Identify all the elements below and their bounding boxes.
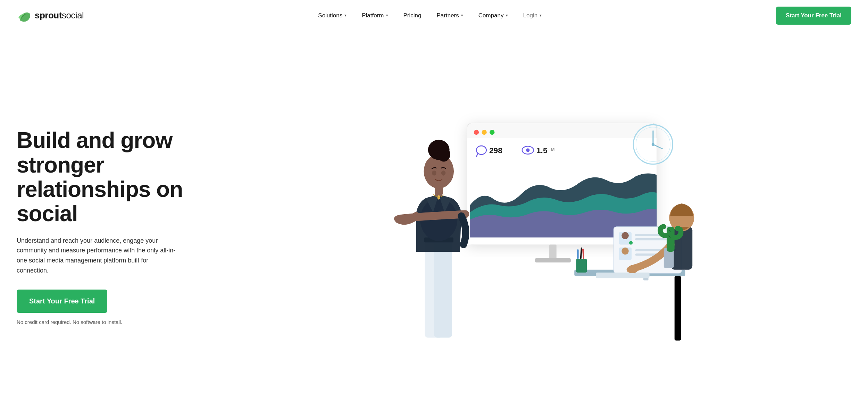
svg-point-20 [652,143,654,145]
svg-point-32 [394,215,404,223]
svg-point-38 [621,232,629,239]
hero-subtext: Understand and reach your audience, enga… [17,236,176,276]
hero-note: No credit card required. No software to … [17,319,197,325]
chevron-down-icon: ▾ [386,13,388,18]
hero-section: Build and grow stronger relationships on… [0,31,868,401]
svg-point-30 [441,170,445,175]
svg-rect-47 [596,272,650,278]
nav-solutions[interactable]: Solutions ▾ [312,9,353,23]
nav-partners[interactable]: Partners ▾ [431,9,469,23]
svg-line-53 [581,248,582,258]
svg-point-3 [474,130,479,134]
hero-svg: 298 1.5 M [197,109,851,345]
svg-point-40 [621,247,629,254]
svg-rect-51 [576,259,587,272]
svg-point-45 [629,241,633,244]
chevron-down-icon: ▾ [344,13,347,18]
svg-point-29 [432,170,436,175]
svg-point-4 [482,130,486,134]
nav-pricing[interactable]: Pricing [397,9,428,23]
nav-login[interactable]: Login ▾ [517,9,548,23]
svg-point-50 [627,266,638,273]
hero-cta-button[interactable]: Start Your Free Trial [17,290,107,313]
svg-text:298: 298 [489,145,502,154]
logo-icon [17,8,31,23]
chevron-down-icon: ▾ [540,13,542,18]
svg-text:1.5: 1.5 [536,145,548,154]
svg-point-28 [437,147,450,161]
logo[interactable]: sproutsocial [17,8,84,23]
hero-illustration: 298 1.5 M [197,109,851,345]
svg-point-11 [526,148,529,152]
hero-left: Build and grow stronger relationships on… [17,128,197,325]
svg-rect-14 [549,244,557,259]
logo-text: sproutsocial [35,10,84,21]
nav-company[interactable]: Company ▾ [472,9,514,23]
svg-line-54 [583,249,584,258]
chevron-down-icon: ▾ [506,13,508,18]
hero-headline: Build and grow stronger relationships on… [17,128,197,226]
svg-rect-15 [535,258,571,262]
svg-text:M: M [551,147,554,152]
chevron-down-icon: ▾ [461,13,463,18]
navbar: sproutsocial Solutions ▾ Platform ▾ Pric… [0,0,868,31]
svg-rect-34 [675,276,681,340]
nav-links: Solutions ▾ Platform ▾ Pricing Partners … [312,9,548,23]
svg-point-5 [490,130,494,134]
svg-rect-42 [635,238,667,240]
svg-rect-22 [434,237,452,337]
nav-cta-button[interactable]: Start Your Free Trial [776,7,851,25]
nav-platform[interactable]: Platform ▾ [356,9,394,23]
